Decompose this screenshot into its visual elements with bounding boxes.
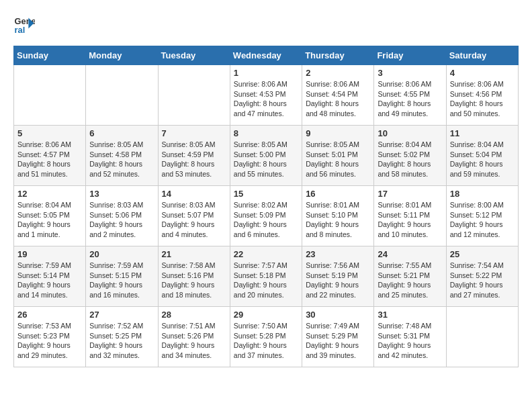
logo-icon: Gene ral bbox=[13, 13, 35, 35]
day-number: 31 bbox=[378, 310, 442, 320]
calendar-cell: 5Sunrise: 8:06 AM Sunset: 4:57 PM Daylig… bbox=[14, 126, 86, 186]
weekday-header: Tuesday bbox=[158, 46, 230, 65]
day-info: Sunrise: 7:59 AM Sunset: 5:14 PM Dayligh… bbox=[17, 261, 82, 300]
calendar-header: SundayMondayTuesdayWednesdayThursdayFrid… bbox=[14, 46, 519, 65]
day-number: 5 bbox=[17, 128, 82, 138]
day-info: Sunrise: 7:55 AM Sunset: 5:21 PM Dayligh… bbox=[378, 261, 442, 300]
calendar-cell: 31Sunrise: 7:48 AM Sunset: 5:31 PM Dayli… bbox=[374, 307, 446, 367]
calendar-cell: 11Sunrise: 8:04 AM Sunset: 5:04 PM Dayli… bbox=[446, 126, 518, 186]
day-number: 14 bbox=[162, 189, 226, 199]
calendar-cell: 7Sunrise: 8:05 AM Sunset: 4:59 PM Daylig… bbox=[158, 126, 230, 186]
calendar-cell: 30Sunrise: 7:49 AM Sunset: 5:29 PM Dayli… bbox=[302, 307, 374, 367]
day-number: 20 bbox=[89, 249, 154, 259]
day-info: Sunrise: 8:05 AM Sunset: 5:01 PM Dayligh… bbox=[306, 140, 370, 179]
calendar-cell: 12Sunrise: 8:04 AM Sunset: 5:05 PM Dayli… bbox=[14, 186, 86, 246]
day-number: 27 bbox=[89, 310, 154, 320]
day-info: Sunrise: 8:04 AM Sunset: 5:02 PM Dayligh… bbox=[378, 140, 442, 179]
calendar-cell bbox=[86, 65, 158, 126]
calendar-table: SundayMondayTuesdayWednesdayThursdayFrid… bbox=[13, 46, 519, 367]
calendar-cell: 17Sunrise: 8:01 AM Sunset: 5:11 PM Dayli… bbox=[374, 186, 446, 246]
calendar-week-row: 19Sunrise: 7:59 AM Sunset: 5:14 PM Dayli… bbox=[14, 246, 519, 307]
svg-text:ral: ral bbox=[15, 25, 26, 35]
day-number: 22 bbox=[234, 249, 298, 259]
day-info: Sunrise: 8:00 AM Sunset: 5:12 PM Dayligh… bbox=[450, 200, 515, 240]
day-info: Sunrise: 7:56 AM Sunset: 5:19 PM Dayligh… bbox=[306, 261, 370, 300]
calendar-week-row: 12Sunrise: 8:04 AM Sunset: 5:05 PM Dayli… bbox=[14, 186, 519, 246]
logo: Gene ral bbox=[13, 13, 38, 35]
weekday-header: Saturday bbox=[446, 46, 518, 65]
day-info: Sunrise: 8:04 AM Sunset: 5:05 PM Dayligh… bbox=[17, 200, 82, 240]
day-number: 6 bbox=[89, 128, 154, 138]
day-number: 29 bbox=[234, 310, 298, 320]
calendar-cell: 4Sunrise: 8:06 AM Sunset: 4:56 PM Daylig… bbox=[446, 65, 518, 126]
day-info: Sunrise: 8:05 AM Sunset: 4:58 PM Dayligh… bbox=[89, 140, 154, 179]
day-info: Sunrise: 7:48 AM Sunset: 5:31 PM Dayligh… bbox=[378, 321, 442, 361]
day-info: Sunrise: 8:06 AM Sunset: 4:56 PM Dayligh… bbox=[450, 79, 515, 119]
day-info: Sunrise: 8:06 AM Sunset: 4:53 PM Dayligh… bbox=[234, 79, 298, 119]
day-number: 17 bbox=[378, 189, 442, 199]
calendar-cell: 25Sunrise: 7:54 AM Sunset: 5:22 PM Dayli… bbox=[446, 246, 518, 307]
calendar-cell: 16Sunrise: 8:01 AM Sunset: 5:10 PM Dayli… bbox=[302, 186, 374, 246]
day-info: Sunrise: 7:58 AM Sunset: 5:16 PM Dayligh… bbox=[162, 261, 226, 300]
header-row: SundayMondayTuesdayWednesdayThursdayFrid… bbox=[14, 46, 519, 65]
calendar-cell: 21Sunrise: 7:58 AM Sunset: 5:16 PM Dayli… bbox=[158, 246, 230, 307]
calendar-cell bbox=[158, 65, 230, 126]
day-info: Sunrise: 7:52 AM Sunset: 5:25 PM Dayligh… bbox=[89, 321, 154, 361]
calendar-cell: 20Sunrise: 7:59 AM Sunset: 5:15 PM Dayli… bbox=[86, 246, 158, 307]
calendar-cell: 24Sunrise: 7:55 AM Sunset: 5:21 PM Dayli… bbox=[374, 246, 446, 307]
day-info: Sunrise: 7:59 AM Sunset: 5:15 PM Dayligh… bbox=[89, 261, 154, 300]
day-info: Sunrise: 7:49 AM Sunset: 5:29 PM Dayligh… bbox=[306, 321, 370, 361]
day-number: 2 bbox=[306, 68, 370, 78]
day-info: Sunrise: 7:51 AM Sunset: 5:26 PM Dayligh… bbox=[162, 321, 226, 361]
day-info: Sunrise: 8:02 AM Sunset: 5:09 PM Dayligh… bbox=[234, 200, 298, 240]
calendar-cell: 14Sunrise: 8:03 AM Sunset: 5:07 PM Dayli… bbox=[158, 186, 230, 246]
weekday-header: Wednesday bbox=[230, 46, 302, 65]
calendar-cell: 9Sunrise: 8:05 AM Sunset: 5:01 PM Daylig… bbox=[302, 126, 374, 186]
day-info: Sunrise: 8:01 AM Sunset: 5:11 PM Dayligh… bbox=[378, 200, 442, 240]
day-number: 16 bbox=[306, 189, 370, 199]
day-info: Sunrise: 8:06 AM Sunset: 4:54 PM Dayligh… bbox=[306, 79, 370, 119]
calendar-cell bbox=[14, 65, 86, 126]
day-info: Sunrise: 8:04 AM Sunset: 5:04 PM Dayligh… bbox=[450, 140, 515, 179]
day-number: 7 bbox=[162, 128, 226, 138]
day-number: 24 bbox=[378, 249, 442, 259]
day-info: Sunrise: 8:03 AM Sunset: 5:07 PM Dayligh… bbox=[162, 200, 226, 240]
calendar-cell bbox=[446, 307, 518, 367]
day-number: 1 bbox=[234, 68, 298, 78]
day-number: 10 bbox=[378, 128, 442, 138]
calendar-cell: 13Sunrise: 8:03 AM Sunset: 5:06 PM Dayli… bbox=[86, 186, 158, 246]
calendar-cell: 6Sunrise: 8:05 AM Sunset: 4:58 PM Daylig… bbox=[86, 126, 158, 186]
day-info: Sunrise: 7:53 AM Sunset: 5:23 PM Dayligh… bbox=[17, 321, 82, 361]
day-number: 8 bbox=[234, 128, 298, 138]
calendar-cell: 2Sunrise: 8:06 AM Sunset: 4:54 PM Daylig… bbox=[302, 65, 374, 126]
day-info: Sunrise: 7:50 AM Sunset: 5:28 PM Dayligh… bbox=[234, 321, 298, 361]
calendar-cell: 26Sunrise: 7:53 AM Sunset: 5:23 PM Dayli… bbox=[14, 307, 86, 367]
calendar-cell: 10Sunrise: 8:04 AM Sunset: 5:02 PM Dayli… bbox=[374, 126, 446, 186]
day-number: 13 bbox=[89, 189, 154, 199]
calendar-cell: 23Sunrise: 7:56 AM Sunset: 5:19 PM Dayli… bbox=[302, 246, 374, 307]
calendar-cell: 29Sunrise: 7:50 AM Sunset: 5:28 PM Dayli… bbox=[230, 307, 302, 367]
day-number: 18 bbox=[450, 189, 515, 199]
day-info: Sunrise: 8:06 AM Sunset: 4:55 PM Dayligh… bbox=[378, 79, 442, 119]
weekday-header: Sunday bbox=[14, 46, 86, 65]
day-number: 3 bbox=[378, 68, 442, 78]
day-info: Sunrise: 8:06 AM Sunset: 4:57 PM Dayligh… bbox=[17, 140, 82, 179]
day-number: 15 bbox=[234, 189, 298, 199]
day-number: 25 bbox=[450, 249, 515, 259]
day-number: 9 bbox=[306, 128, 370, 138]
day-info: Sunrise: 8:03 AM Sunset: 5:06 PM Dayligh… bbox=[89, 200, 154, 240]
calendar-week-row: 5Sunrise: 8:06 AM Sunset: 4:57 PM Daylig… bbox=[14, 126, 519, 186]
day-number: 4 bbox=[450, 68, 515, 78]
weekday-header: Monday bbox=[86, 46, 158, 65]
calendar-cell: 3Sunrise: 8:06 AM Sunset: 4:55 PM Daylig… bbox=[374, 65, 446, 126]
calendar-cell: 15Sunrise: 8:02 AM Sunset: 5:09 PM Dayli… bbox=[230, 186, 302, 246]
weekday-header: Friday bbox=[374, 46, 446, 65]
day-info: Sunrise: 7:54 AM Sunset: 5:22 PM Dayligh… bbox=[450, 261, 515, 300]
day-number: 12 bbox=[17, 189, 82, 199]
page-header: Gene ral bbox=[13, 13, 519, 35]
day-number: 28 bbox=[162, 310, 226, 320]
calendar-cell: 18Sunrise: 8:00 AM Sunset: 5:12 PM Dayli… bbox=[446, 186, 518, 246]
calendar-cell: 19Sunrise: 7:59 AM Sunset: 5:14 PM Dayli… bbox=[14, 246, 86, 307]
calendar-body: 1Sunrise: 8:06 AM Sunset: 4:53 PM Daylig… bbox=[14, 65, 519, 367]
day-number: 26 bbox=[17, 310, 82, 320]
